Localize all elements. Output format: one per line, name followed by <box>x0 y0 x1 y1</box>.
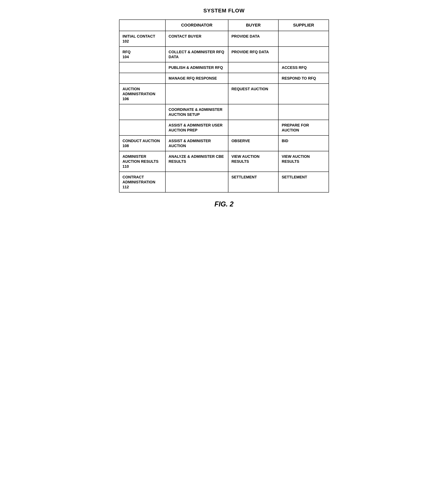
cell-buyer-4: REQUEST AUCTION <box>228 83 279 104</box>
cell-supplier-0 <box>278 31 329 47</box>
cell-supplier-6: PREPARE FOR AUCTION <box>278 120 329 136</box>
cell-phase-6 <box>119 120 165 136</box>
cell-buyer-0: PROVIDE DATA <box>228 31 279 47</box>
cell-coordinator-6: ASSIST & ADMINISTER USER AUCTION PREP <box>165 120 228 136</box>
cell-coordinator-1: COLLECT & ADMINISTER RFQ DATA <box>165 47 228 62</box>
cell-phase-8: ADMINISTER AUCTION RESULTS 110 <box>119 151 165 172</box>
cell-buyer-7: OBSERVE <box>228 136 279 151</box>
header-buyer: BUYER <box>228 20 279 31</box>
cell-coordinator-9 <box>165 172 228 192</box>
cell-supplier-1 <box>278 47 329 62</box>
cell-coordinator-7: ASSIST & ADMINISTER AUCTION <box>165 136 228 151</box>
table-row: MANAGE RFQ RESPONSERESPOND TO RFQ <box>119 73 329 83</box>
cell-phase-1: RFQ 104 <box>119 47 165 62</box>
cell-phase-7: CONDUCT AUCTION 108 <box>119 136 165 151</box>
cell-coordinator-5: COORDINATE & ADMINISTER AUCTION SETUP <box>165 104 228 120</box>
cell-supplier-4 <box>278 83 329 104</box>
cell-supplier-8: VIEW AUCTION RESULTS <box>278 151 329 172</box>
header-coordinator: COORDINATOR <box>165 20 228 31</box>
fig-caption: FIG. 2 <box>215 200 233 208</box>
cell-phase-2 <box>119 62 165 73</box>
cell-coordinator-0: CONTACT BUYER <box>165 31 228 47</box>
table-row: CONTRACT ADMINISTRATION 112SETTLEMENTSET… <box>119 172 329 192</box>
cell-buyer-1: PROVIDE RFQ DATA <box>228 47 279 62</box>
table-row: CONDUCT AUCTION 108ASSIST & ADMINISTER A… <box>119 136 329 151</box>
table-row: ASSIST & ADMINISTER USER AUCTION PREPPRE… <box>119 120 329 136</box>
cell-phase-9: CONTRACT ADMINISTRATION 112 <box>119 172 165 192</box>
cell-buyer-5 <box>228 104 279 120</box>
cell-buyer-6 <box>228 120 279 136</box>
cell-buyer-2 <box>228 62 279 73</box>
header-supplier: SUPPLIER <box>278 20 329 31</box>
cell-supplier-3: RESPOND TO RFQ <box>278 73 329 83</box>
cell-supplier-2: ACCESS RFQ <box>278 62 329 73</box>
system-flow-table: COORDINATOR BUYER SUPPLIER INITIAL CONTA… <box>119 19 329 192</box>
cell-supplier-5 <box>278 104 329 120</box>
cell-buyer-3 <box>228 73 279 83</box>
page-title: SYSTEM FLOW <box>203 8 245 14</box>
header-phase <box>119 20 165 31</box>
cell-phase-4: AUCTION ADMINISTRATION 106 <box>119 83 165 104</box>
cell-coordinator-3: MANAGE RFQ RESPONSE <box>165 73 228 83</box>
cell-phase-0: INITIAL CONTACT 102 <box>119 31 165 47</box>
table-row: COORDINATE & ADMINISTER AUCTION SETUP <box>119 104 329 120</box>
table-row: RFQ 104COLLECT & ADMINISTER RFQ DATAPROV… <box>119 47 329 62</box>
cell-phase-5 <box>119 104 165 120</box>
cell-supplier-7: BID <box>278 136 329 151</box>
table-row: PUBLISH & ADMINISTER RFQACCESS RFQ <box>119 62 329 73</box>
cell-coordinator-4 <box>165 83 228 104</box>
table-header-row: COORDINATOR BUYER SUPPLIER <box>119 20 329 31</box>
cell-coordinator-2: PUBLISH & ADMINISTER RFQ <box>165 62 228 73</box>
cell-phase-3 <box>119 73 165 83</box>
table-row: ADMINISTER AUCTION RESULTS 110ANALYZE & … <box>119 151 329 172</box>
cell-buyer-8: VIEW AUCTION RESULTS <box>228 151 279 172</box>
cell-coordinator-8: ANALYZE & ADMINISTER CBE RESULTS <box>165 151 228 172</box>
cell-buyer-9: SETTLEMENT <box>228 172 279 192</box>
cell-supplier-9: SETTLEMENT <box>278 172 329 192</box>
table-row: INITIAL CONTACT 102CONTACT BUYERPROVIDE … <box>119 31 329 47</box>
table-row: AUCTION ADMINISTRATION 106REQUEST AUCTIO… <box>119 83 329 104</box>
